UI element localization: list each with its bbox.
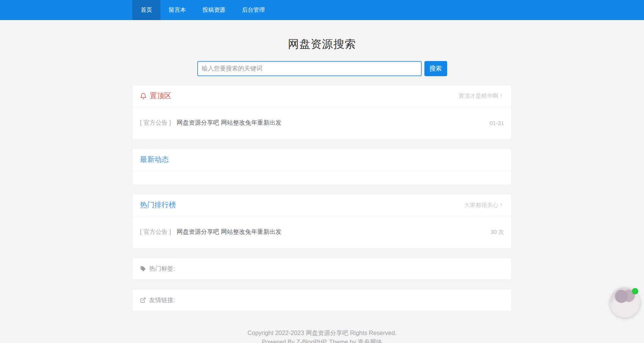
post-title-link[interactable]: 网盘资源分享吧 网站整改兔年重新出发 (177, 119, 281, 127)
pinned-title-text: 置顶区 (150, 91, 171, 101)
nav-item-submit-resource[interactable]: 投稿资源 (194, 0, 234, 20)
hot-tags-label: 热门标签: (149, 265, 175, 273)
hot-title-text: 热门排行榜 (140, 200, 176, 210)
tag-icon (140, 266, 146, 272)
latest-section: 最新动态 (132, 149, 512, 185)
top-navbar-inner: 首页 留言本 投稿资源 后台管理 (132, 0, 512, 20)
nav-item-home[interactable]: 首页 (132, 0, 160, 20)
post-category-link[interactable]: [ 官方公告 ] (140, 119, 171, 127)
online-status-dot (632, 288, 638, 294)
pinned-title: 置顶区 (140, 91, 171, 101)
friend-links-label: 友情链接: (149, 296, 175, 304)
top-navbar: 首页 留言本 投稿资源 后台管理 (0, 0, 644, 20)
hot-hint: 大家都很关心！ (464, 202, 504, 209)
external-link-icon (140, 297, 146, 303)
pinned-section: 置顶区 置顶才是精华啊！ [ 官方公告 ] 网盘资源分享吧 网站整改兔年重新出发… (132, 85, 512, 139)
search-button[interactable]: 搜索 (424, 61, 447, 76)
page-title: 网盘资源搜索 (0, 37, 644, 52)
nav-item-admin[interactable]: 后台管理 (234, 0, 273, 20)
search-bar: 搜索 (0, 61, 644, 76)
post-category-link[interactable]: [ 官方公告 ] (140, 228, 171, 236)
chat-widget[interactable] (610, 287, 640, 318)
footer-copyright: Copyright 2022-2023 网盘资源分享吧 Rights Reser… (0, 329, 644, 338)
post-view-count: 30 次 (490, 229, 504, 236)
pinned-row: [ 官方公告 ] 网盘资源分享吧 网站整改兔年重新出发 01-31 (133, 107, 511, 139)
latest-header: 最新动态 (133, 149, 511, 170)
pinned-hint: 置顶才是精华啊！ (459, 92, 504, 100)
hot-tags-strip: 热门标签: (132, 258, 512, 280)
pinned-header: 置顶区 置顶才是精华啊！ (133, 85, 511, 107)
hot-title: 热门排行榜 (140, 200, 176, 210)
latest-title: 最新动态 (140, 155, 169, 164)
hot-section: 热门排行榜 大家都很关心！ [ 官方公告 ] 网盘资源分享吧 网站整改兔年重新出… (132, 194, 512, 249)
footer: Copyright 2022-2023 网盘资源分享吧 Rights Reser… (0, 321, 644, 343)
latest-empty-row (133, 170, 511, 185)
hot-row: [ 官方公告 ] 网盘资源分享吧 网站整改兔年重新出发 30 次 (133, 216, 511, 248)
search-input[interactable] (197, 61, 422, 76)
post-title-link[interactable]: 网盘资源分享吧 网站整改兔年重新出发 (177, 228, 281, 236)
hot-header: 热门排行榜 大家都很关心！ (133, 194, 511, 216)
footer-powered-by: Powered By Z-BlogPHP. Theme by 青舟网络 (0, 338, 644, 343)
bell-icon (140, 92, 147, 100)
latest-title-text: 最新动态 (140, 155, 169, 164)
main-content: 置顶区 置顶才是精华啊！ [ 官方公告 ] 网盘资源分享吧 网站整改兔年重新出发… (132, 85, 512, 311)
post-date: 01-31 (490, 120, 504, 126)
friend-links-strip: 友情链接: (132, 289, 512, 311)
nav-item-guestbook[interactable]: 留言本 (160, 0, 194, 20)
